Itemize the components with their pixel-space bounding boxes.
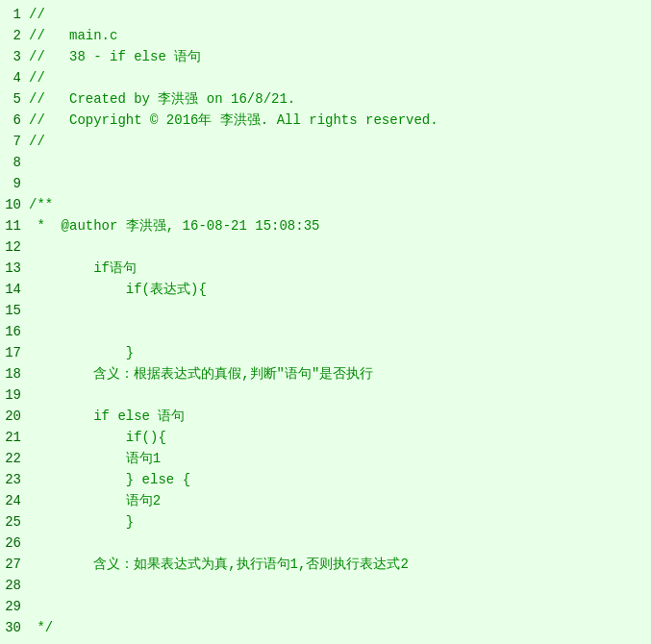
- line-number: 30: [0, 617, 29, 638]
- code-line: 30 */: [0, 617, 651, 638]
- line-number: 18: [0, 363, 29, 384]
- line-number: 9: [0, 173, 29, 194]
- line-number: 26: [0, 533, 29, 554]
- code-line: 3// 38 - if else 语句: [0, 46, 651, 67]
- line-content: } else {: [29, 469, 190, 490]
- line-number: 22: [0, 448, 29, 469]
- line-number: 28: [0, 575, 29, 596]
- line-number: 23: [0, 469, 29, 490]
- line-content: // main.c: [29, 25, 117, 46]
- line-content: 含义：如果表达式为真,执行语句1,否则执行表达式2: [29, 554, 409, 575]
- code-line: 10/**: [0, 194, 651, 215]
- code-line: 6// Copyright © 2016年 李洪强. All rights re…: [0, 110, 651, 131]
- code-line: 19: [0, 384, 651, 406]
- line-content: // Created by 李洪强 on 16/8/21.: [29, 88, 295, 110]
- code-line: 21 if(){: [0, 427, 651, 448]
- line-number: 10: [0, 194, 29, 215]
- code-viewer: 1//2// main.c3// 38 - if else 语句4//5// C…: [0, 0, 651, 642]
- code-line: 18 含义：根据表达式的真假,判断"语句"是否执行: [0, 363, 651, 384]
- line-content: }: [29, 342, 134, 363]
- line-content: 语句1: [29, 448, 161, 469]
- code-line: 13 if语句: [0, 258, 651, 279]
- code-line: 4//: [0, 67, 651, 88]
- line-number: 20: [0, 406, 29, 427]
- line-content: /**: [29, 194, 53, 215]
- line-number: 2: [0, 25, 29, 46]
- line-number: 16: [0, 321, 29, 342]
- code-line: 24 语句2: [0, 490, 651, 511]
- code-line: 25 }: [0, 511, 651, 533]
- code-line: 1//: [0, 4, 651, 25]
- line-content: 语句2: [29, 490, 161, 511]
- line-number: 24: [0, 490, 29, 511]
- line-number: 6: [0, 110, 29, 131]
- line-number: 1: [0, 4, 29, 25]
- code-line: 23 } else {: [0, 469, 651, 490]
- line-content: if else 语句: [29, 406, 185, 427]
- line-number: 4: [0, 67, 29, 88]
- code-line: 8: [0, 152, 651, 173]
- code-line: 16: [0, 321, 651, 342]
- code-line: 27 含义：如果表达式为真,执行语句1,否则执行表达式2: [0, 554, 651, 575]
- code-line: 11 * @author 李洪强, 16-08-21 15:08:35: [0, 215, 651, 236]
- code-line: 26: [0, 533, 651, 554]
- line-content: if(表达式){: [29, 279, 207, 300]
- line-content: // Copyright © 2016年 李洪强. All rights res…: [29, 110, 438, 131]
- line-content: //: [29, 67, 45, 88]
- code-line: 29: [0, 596, 651, 617]
- line-number: 14: [0, 279, 29, 300]
- line-content: //: [29, 131, 45, 152]
- line-content: */: [29, 617, 53, 638]
- line-number: 27: [0, 554, 29, 575]
- line-number: 21: [0, 427, 29, 448]
- line-number: 3: [0, 46, 29, 67]
- line-content: }: [29, 511, 134, 533]
- line-number: 5: [0, 88, 29, 110]
- code-line: 22 语句1: [0, 448, 651, 469]
- line-content: 含义：根据表达式的真假,判断"语句"是否执行: [29, 363, 373, 384]
- code-line: 14 if(表达式){: [0, 279, 651, 300]
- line-number: 17: [0, 342, 29, 363]
- line-content: if语句: [29, 258, 137, 279]
- line-number: 19: [0, 384, 29, 406]
- line-content: //: [29, 4, 45, 25]
- line-number: 11: [0, 215, 29, 236]
- code-line: 12: [0, 236, 651, 258]
- line-number: 29: [0, 596, 29, 617]
- code-line: 15: [0, 300, 651, 321]
- line-number: 7: [0, 131, 29, 152]
- line-content: // 38 - if else 语句: [29, 46, 201, 67]
- code-line: 7//: [0, 131, 651, 152]
- line-number: 8: [0, 152, 29, 173]
- line-number: 12: [0, 236, 29, 258]
- code-line: 17 }: [0, 342, 651, 363]
- line-content: * @author 李洪强, 16-08-21 15:08:35: [29, 215, 319, 236]
- code-line: 2// main.c: [0, 25, 651, 46]
- line-number: 25: [0, 511, 29, 533]
- code-line: 9: [0, 173, 651, 194]
- line-content: if(){: [29, 427, 166, 448]
- code-line: 28: [0, 575, 651, 596]
- line-number: 15: [0, 300, 29, 321]
- line-number: 13: [0, 258, 29, 279]
- code-line: 20 if else 语句: [0, 406, 651, 427]
- code-line: 5// Created by 李洪强 on 16/8/21.: [0, 88, 651, 110]
